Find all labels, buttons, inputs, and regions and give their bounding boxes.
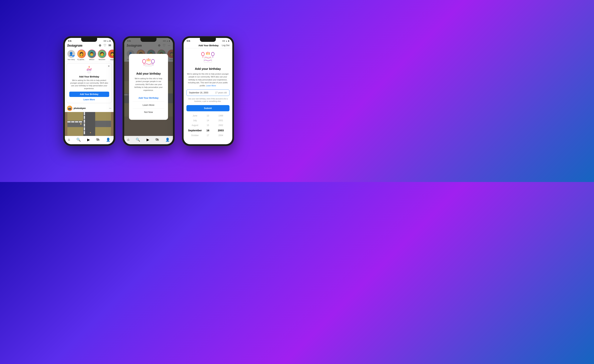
svg-point-38 [148, 58, 149, 59]
month-item-june[interactable]: June [193, 114, 197, 118]
story-2-1[interactable]: 👨 lofti323 [88, 50, 96, 61]
bottom-nav-2: ⌂ 🔍 ▶ 🛍 👤 [124, 136, 173, 144]
add-birthday-btn-1[interactable]: Add Your Birthday [69, 92, 109, 97]
add-post-icon-1[interactable]: ⊕ [99, 43, 101, 47]
submit-btn-3[interactable]: Submit [186, 105, 230, 111]
form-note-3: Use your own birthday, even if this acco… [186, 98, 230, 103]
svg-rect-15 [84, 123, 85, 127]
svg-point-36 [147, 59, 148, 60]
home-nav-icon-1[interactable]: ⌂ [68, 137, 70, 142]
phone-notch-1 [81, 38, 97, 42]
year-item-2001[interactable]: 2001 [218, 119, 223, 123]
day-picker-col[interactable]: 13 14 15 16 17 18 19 [204, 114, 212, 139]
svg-rect-17 [84, 131, 85, 134]
not-now-modal-btn-2[interactable]: Not Now [133, 109, 164, 115]
story-your-1[interactable]: 👤 + Your Story [67, 50, 75, 61]
story-1-1[interactable]: 👩 lil_lapísla... [77, 50, 86, 61]
status-time-1: 9:41 [68, 40, 72, 42]
likes-icon-1[interactable]: ♡ [103, 43, 106, 47]
day-item-14[interactable]: 14 [207, 119, 209, 123]
story-label-4-1: sapph [110, 59, 113, 61]
date-input-row-3[interactable]: September 16, 2003 17 years old [186, 89, 230, 96]
day-item-15[interactable]: 15 [207, 123, 209, 128]
signal-icon-3: ●●● [222, 40, 225, 42]
reels-nav-icon-2[interactable]: ▶ [147, 137, 149, 142]
cake-modal-icon-2 [133, 58, 164, 70]
search-nav-icon-2[interactable]: 🔍 [136, 137, 140, 142]
story-label-2-1: lofti323 [89, 59, 94, 61]
bottom-nav-1: ⌂ 🔍 ▶ 🛍 👤 [65, 136, 114, 144]
svg-point-31 [142, 59, 146, 63]
cupcake-icon-1 [85, 65, 94, 74]
svg-rect-9 [71, 121, 74, 122]
story-img-3-1: 🧑 [98, 50, 106, 58]
post-username-1: photosbyen [74, 107, 86, 109]
year-item-2003[interactable]: 2003 [218, 128, 224, 133]
close-banner-icon[interactable]: ✕ [108, 65, 110, 67]
story-avatar-2-1[interactable]: 👨 [88, 50, 96, 58]
svg-rect-14 [84, 120, 85, 123]
date-picker-3[interactable]: June July August September October Novem… [186, 114, 230, 139]
month-item-october[interactable]: October [191, 134, 199, 137]
story-img-2-1: 👨 [88, 50, 96, 58]
year-item-2005[interactable]: 2005 [218, 138, 223, 139]
post-more-icon-1[interactable]: ··· [109, 107, 111, 110]
svg-point-19 [90, 132, 91, 133]
story-3-1[interactable]: 🧑 kenzoere [98, 50, 106, 61]
day-item-17[interactable]: 17 [207, 134, 209, 137]
svg-point-1 [89, 66, 90, 67]
ig-header-icons-1: ⊕ ♡ ✉ [99, 43, 111, 47]
year-item-2002[interactable]: 2002 [218, 123, 223, 128]
cake-icon-3 [201, 51, 215, 65]
shop-nav-icon-1[interactable]: 🛍 [96, 137, 100, 142]
form-header-title-3: Add Your Birthday [198, 44, 219, 47]
year-item-1999[interactable]: 1999 [218, 114, 223, 118]
learn-more-link-3[interactable]: Learn More [206, 85, 216, 87]
story-avatar-4-1[interactable]: 👩 [108, 50, 114, 58]
story-4-1[interactable]: 👩 sapph [108, 50, 114, 61]
svg-rect-8 [67, 121, 71, 122]
svg-point-40 [149, 59, 150, 60]
svg-rect-42 [145, 65, 152, 66]
post-header-1: 📷 photosbyen ··· [65, 105, 114, 112]
stories-row-1: 👤 + Your Story 👩 lil_lapísla... 👨 lofti3… [65, 48, 114, 61]
learn-more-link-1[interactable]: Learn More [69, 98, 109, 101]
learn-more-modal-btn-2[interactable]: Learn More [133, 101, 164, 109]
day-item-13[interactable]: 13 [207, 114, 209, 118]
divider-1 [65, 61, 114, 62]
month-item-september[interactable]: September [188, 128, 202, 133]
month-item-august[interactable]: August [192, 123, 198, 128]
form-content-3: Add your birthday We're asking for this … [184, 48, 232, 144]
messages-icon-1[interactable]: ✉ [108, 43, 111, 47]
story-avatar-3-1[interactable]: 🧑 [98, 50, 106, 58]
phone-1-screen: 9:41 ●●● ▲ ▮ Instagram ⊕ ♡ ✉ 👤 + [65, 38, 114, 144]
day-item-16[interactable]: 16 [206, 128, 209, 133]
modal-overlay-2: Add your birthday We're asking for this … [124, 38, 173, 136]
add-birthday-modal-btn-2[interactable]: Add Your Birthday [133, 94, 164, 101]
modal-desc-2: We're asking for this info to help prote… [133, 77, 164, 92]
day-item-18[interactable]: 18 [207, 138, 209, 139]
story-label-3-1: kenzoere [99, 59, 105, 61]
search-nav-icon-1[interactable]: 🔍 [76, 137, 81, 142]
month-item-november[interactable]: November [190, 138, 200, 139]
date-age-3: 17 years old [215, 91, 227, 94]
your-story-avatar-1[interactable]: 👤 + [67, 50, 75, 58]
month-item-july[interactable]: July [193, 119, 197, 123]
home-nav-icon-2[interactable]: ⌂ [127, 137, 129, 142]
svg-point-33 [151, 59, 155, 63]
banner-desc-1: We're asking for this info to help prote… [69, 79, 109, 90]
svg-rect-12 [84, 112, 85, 115]
shop-nav-icon-2[interactable]: 🛍 [155, 137, 159, 142]
profile-nav-icon-2[interactable]: 👤 [165, 137, 170, 142]
reels-nav-icon-1[interactable]: ▶ [87, 137, 90, 142]
svg-rect-13 [84, 116, 85, 119]
phone-3-screen: 9:41 ●●● ▲ ▮ Add Your Birthday Log Out [184, 38, 232, 144]
story-img-4-1: 👩 [108, 50, 114, 58]
month-picker-col[interactable]: June July August September October Novem… [186, 114, 204, 139]
story-avatar-1-1[interactable]: 👩 [77, 50, 86, 58]
form-desc-3: We're asking for this info to help prote… [186, 73, 230, 87]
profile-nav-icon-1[interactable]: 👤 [106, 137, 110, 142]
year-picker-col[interactable]: 1999 2001 2002 2003 2004 2005 2006 [212, 114, 229, 139]
year-item-2004[interactable]: 2004 [218, 134, 223, 137]
logout-btn-3[interactable]: Log Out [222, 44, 230, 47]
